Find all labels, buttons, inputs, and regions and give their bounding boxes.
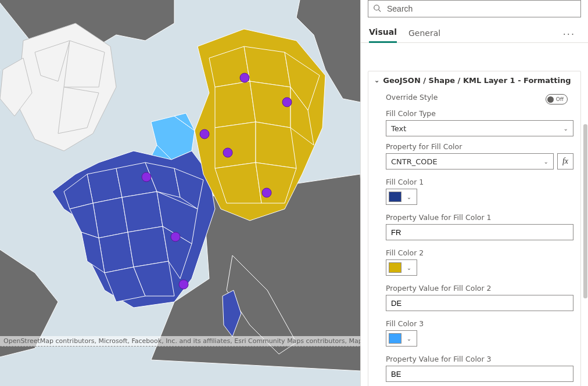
fill-color-type-label: Fill Color Type xyxy=(386,109,573,118)
app-root: OpenStreetMap contributors, Microsoft, F… xyxy=(0,0,588,386)
chevron-down-icon: ⌄ xyxy=(401,265,417,271)
svg-point-1 xyxy=(240,73,249,82)
svg-point-5 xyxy=(262,188,271,197)
fill-color-1-swatch xyxy=(389,192,401,202)
fill-value-2-label: Property Value for Fill Color 2 xyxy=(386,284,573,293)
chevron-down-icon: ⌄ xyxy=(374,77,379,84)
fill-value-3-label: Property Value for Fill Color 3 xyxy=(386,355,573,363)
chevron-down-icon: ⌄ xyxy=(544,158,548,165)
tab-general[interactable]: General xyxy=(408,28,440,42)
svg-point-7 xyxy=(171,232,180,241)
chevron-down-icon: ⌄ xyxy=(401,194,417,200)
fill-value-3-input[interactable] xyxy=(386,366,573,382)
svg-point-3 xyxy=(200,129,209,139)
fill-color-2-picker[interactable]: ⌄ xyxy=(386,259,417,276)
fill-color-3-swatch xyxy=(389,333,401,344)
map-attribution: OpenStreetMap contributors, Microsoft, F… xyxy=(0,336,360,347)
svg-point-2 xyxy=(282,98,292,107)
fill-value-2-input[interactable] xyxy=(386,295,573,311)
property-for-fill-label: Property for Fill Color xyxy=(386,142,573,151)
svg-point-6 xyxy=(142,172,151,182)
fill-color-3-picker[interactable]: ⌄ xyxy=(386,330,417,347)
format-tabs: Visual General ··· xyxy=(361,21,588,43)
map-svg xyxy=(0,0,360,386)
fill-color-2-swatch xyxy=(389,262,401,273)
fill-value-1-label: Property Value for Fill Color 1 xyxy=(386,213,573,222)
scrollbar-thumb[interactable] xyxy=(583,124,587,298)
chevron-down-icon: ⌄ xyxy=(401,336,417,342)
fill-color-2-label: Fill Color 2 xyxy=(386,248,573,257)
format-pane: Visual General ··· ⌄ GeoJSON / Shape / K… xyxy=(360,0,588,386)
fill-color-type-value: Text xyxy=(391,124,406,133)
svg-point-9 xyxy=(374,5,379,10)
fill-color-3-label: Fill Color 3 xyxy=(386,319,573,328)
scrollbar[interactable] xyxy=(583,55,588,386)
override-style-toggle[interactable]: Off xyxy=(546,94,568,104)
section-header[interactable]: ⌄ GeoJSON / Shape / KML Layer 1 - Format… xyxy=(374,76,573,85)
layer-formatting-card: ⌄ GeoJSON / Shape / KML Layer 1 - Format… xyxy=(368,71,581,386)
toggle-state: Off xyxy=(556,96,564,102)
chevron-down-icon: ⌄ xyxy=(564,125,568,132)
fx-button[interactable]: fx xyxy=(557,153,573,169)
format-scroll[interactable]: ⌄ GeoJSON / Shape / KML Layer 1 - Format… xyxy=(361,43,588,386)
property-for-fill-select[interactable]: CNTR_CODE ⌄ xyxy=(386,153,554,169)
map-canvas[interactable]: OpenStreetMap contributors, Microsoft, F… xyxy=(0,0,360,386)
tab-visual[interactable]: Visual xyxy=(369,27,397,43)
property-for-fill-value: CNTR_CODE xyxy=(391,157,438,166)
fill-value-1-input[interactable] xyxy=(386,224,573,240)
fill-color-1-label: Fill Color 1 xyxy=(386,178,573,186)
tab-more-button[interactable]: ··· xyxy=(558,27,580,42)
svg-point-8 xyxy=(179,280,188,289)
svg-point-4 xyxy=(223,148,232,157)
fill-color-1-picker[interactable]: ⌄ xyxy=(386,189,417,205)
section-title: GeoJSON / Shape / KML Layer 1 - Formatti… xyxy=(383,76,571,85)
search-icon xyxy=(373,4,381,14)
svg-line-10 xyxy=(379,9,381,12)
search-input-wrap[interactable] xyxy=(368,0,581,17)
override-style-label: Override Style xyxy=(386,93,438,102)
fill-color-type-select[interactable]: Text ⌄ xyxy=(386,120,573,136)
search-input[interactable] xyxy=(386,3,576,14)
